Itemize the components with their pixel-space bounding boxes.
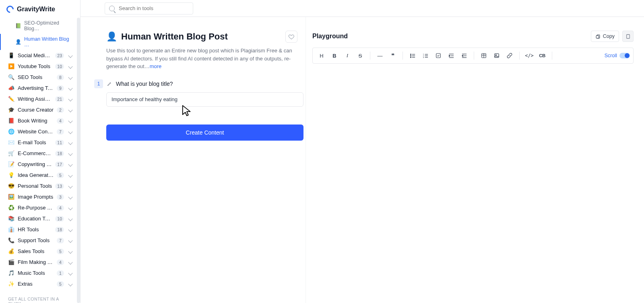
hr-tool[interactable]: —	[374, 50, 386, 61]
sidebar-category[interactable]: 📕Book Writing4	[0, 115, 76, 126]
sidebar-category[interactable]: 😎Personal Tools13	[0, 181, 76, 191]
toolbar-separator	[370, 52, 370, 60]
brand-name: GravityWrite	[17, 6, 55, 13]
sidebar-category[interactable]: 🎓Course Creator2	[0, 104, 76, 115]
sidebar-category[interactable]: 📣Advertising Tools9	[0, 83, 76, 93]
bullet-list-tool[interactable]	[407, 50, 418, 61]
toolbar-separator	[402, 52, 403, 60]
sidebar-category[interactable]: 📱Social Media Tools23	[0, 50, 76, 61]
toolbar-separator	[519, 52, 520, 60]
category-count-badge: 10	[55, 216, 64, 222]
sidebar-category[interactable]: ♻️Re-Purpose Content4	[0, 202, 76, 213]
category-icon: 🛒	[8, 150, 14, 156]
category-label: Music Tools	[18, 270, 54, 276]
link-tool[interactable]	[504, 50, 515, 61]
sidebar-category[interactable]: 💡Idea Generation5	[0, 170, 76, 181]
chevron-down-icon	[68, 205, 72, 210]
chevron-down-icon	[68, 151, 72, 156]
codeblock-tool[interactable]: CB	[537, 50, 548, 61]
favorite-button[interactable]	[285, 31, 297, 43]
sidebar-category[interactable]: 🛒E-Commerce Tools18	[0, 148, 76, 159]
sidebar-category[interactable]: 🎵Music Tools1	[0, 268, 76, 278]
sidebar-category[interactable]: ✉️E-mail Tools11	[0, 137, 76, 148]
category-count-badge: 21	[55, 96, 64, 102]
category-count-badge: 7	[57, 129, 64, 135]
brand-logo[interactable]: GravityWrite	[0, 0, 80, 18]
sidebar-category[interactable]: ✏️Writing Assistant21	[0, 93, 76, 104]
category-count-badge: 18	[55, 151, 64, 156]
category-icon: 🎬	[8, 259, 14, 265]
sidebar-category[interactable]: 🖼️Image Prompts3	[0, 191, 76, 202]
category-label: E-mail Tools	[18, 139, 52, 145]
category-icon: ♻️	[8, 205, 14, 211]
category-label: Extras	[18, 281, 54, 287]
sidebar-nav: 📗SEO-Optimized Blog…👤Human Written Blog …	[0, 18, 80, 303]
code-tool[interactable]: </>	[524, 50, 535, 61]
category-label: Youtube Tools	[18, 63, 52, 69]
sidebar-category[interactable]: 🌐Website Content7	[0, 126, 76, 137]
more-link[interactable]: more	[150, 63, 162, 69]
bold-tool[interactable]: B	[329, 50, 340, 61]
blog-title-input[interactable]	[106, 92, 303, 107]
page-title: Human Written Blog Post	[121, 31, 228, 42]
tool-description: Use this tool to generate an Entire new …	[106, 47, 297, 71]
strikethrough-tool[interactable]: S	[355, 50, 366, 61]
question-label: What is your blog title?	[116, 81, 173, 87]
svg-point-5	[410, 55, 411, 56]
sidebar-category[interactable]: 📞Support Tools7	[0, 235, 76, 246]
sidebar-section-header: GET ALL CONTENT IN A CLICK	[0, 289, 76, 303]
sidebar-category[interactable]: 🎬Film Making Tools4	[0, 257, 76, 268]
toolbar-separator	[552, 52, 552, 60]
sidebar-subitem[interactable]: 📗SEO-Optimized Blog…	[0, 18, 76, 34]
copy-button[interactable]: Copy	[591, 31, 619, 42]
category-label: Idea Generation	[18, 172, 54, 178]
chevron-down-icon	[68, 75, 72, 79]
numbered-list-tool[interactable]: 1 2 3	[420, 50, 431, 61]
image-icon	[494, 53, 500, 58]
sidebar-category[interactable]: 👔HR Tools18	[0, 224, 76, 235]
sidebar-category[interactable]: 📝Copywriting Tools17	[0, 159, 76, 170]
outdent-tool[interactable]	[458, 50, 470, 61]
create-content-button[interactable]: Create Content	[106, 125, 303, 141]
playground-panel: Playground Copy	[306, 17, 644, 303]
category-label: HR Tools	[18, 226, 52, 232]
blockquote-tool[interactable]: ❝	[387, 50, 398, 61]
category-count-badge: 5	[57, 249, 64, 254]
sidebar-category[interactable]: 📚Education Tools10	[0, 213, 76, 224]
svg-rect-25	[495, 54, 499, 57]
category-count-badge: 7	[57, 238, 64, 243]
sidebar-category[interactable]: 🔍SEO Tools8	[0, 72, 76, 83]
sidebar-scrollbar[interactable]	[77, 18, 80, 303]
category-icon: 📚	[8, 216, 14, 222]
subitem-icon: 📗	[15, 23, 21, 29]
category-icon: 📣	[8, 85, 14, 91]
editor-area[interactable]	[312, 64, 634, 273]
toolbar-separator	[474, 52, 474, 60]
category-label: E-Commerce Tools	[18, 150, 52, 156]
italic-tool[interactable]: I	[342, 50, 353, 61]
checklist-tool[interactable]	[433, 50, 444, 61]
chevron-down-icon	[68, 162, 72, 166]
table-tool[interactable]	[478, 50, 489, 61]
category-icon: ✨	[8, 281, 14, 287]
image-tool[interactable]	[491, 50, 502, 61]
heart-icon	[288, 33, 295, 40]
sidebar-subitem[interactable]: 👤Human Written Blog …	[0, 34, 76, 50]
search-input[interactable]	[118, 5, 189, 12]
sidebar-category[interactable]: ✨Extras5	[0, 278, 76, 289]
brand-mark-icon	[5, 4, 15, 14]
category-count-badge: 1	[57, 270, 64, 276]
category-icon: 👔	[8, 226, 14, 232]
category-icon: 🎓	[8, 107, 14, 113]
chevron-down-icon	[68, 227, 72, 232]
category-count-badge: 8	[57, 75, 64, 80]
bullet-list-icon	[410, 53, 416, 59]
indent-tool[interactable]	[446, 50, 457, 61]
search-box[interactable]	[105, 2, 193, 15]
heading-tool[interactable]: H	[316, 50, 327, 61]
sidebar-category[interactable]: 💰Sales Tools5	[0, 246, 76, 257]
scroll-toggle[interactable]	[619, 53, 630, 58]
category-icon: 🌐	[8, 129, 14, 135]
expand-button[interactable]	[622, 31, 634, 42]
sidebar-category[interactable]: ▶️Youtube Tools10	[0, 61, 76, 72]
